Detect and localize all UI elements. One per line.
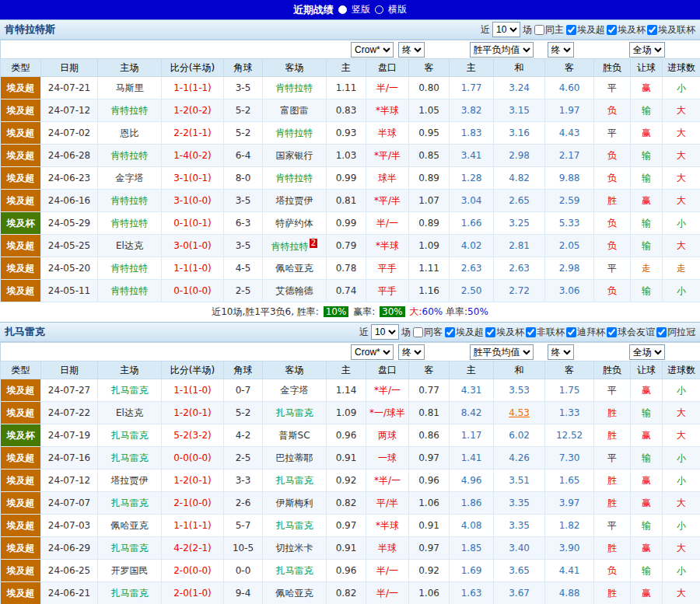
league-checkbox[interactable] — [526, 327, 536, 337]
score-cell[interactable]: 2-0(1-0) — [162, 582, 224, 604]
away-team-cell[interactable]: 佩哈亚克 — [263, 582, 327, 604]
team-link[interactable]: 伊斯梅利 — [276, 498, 313, 508]
team-link[interactable]: 肯特拉特 — [111, 218, 149, 229]
team-link[interactable]: 肯特拉特 — [111, 263, 149, 274]
horizontal-layout-radio[interactable] — [375, 5, 383, 14]
team-link[interactable]: 富图雷 — [281, 105, 309, 116]
league-filter[interactable]: 球会友谊 — [607, 326, 655, 339]
home-team-cell[interactable]: 佩哈亚克 — [98, 515, 162, 537]
vertical-layout-label[interactable]: 竖版 — [352, 3, 370, 16]
home-team-cell[interactable]: 马斯里 — [98, 77, 162, 100]
away-team-cell[interactable]: 肯特拉特 — [263, 77, 327, 100]
away-team-cell[interactable]: 扎马雷克 — [263, 470, 327, 492]
score-cell[interactable]: 1-1(1-1) — [162, 77, 224, 100]
away-team-cell[interactable]: 金字塔 — [263, 379, 327, 402]
score-cell[interactable]: 1-4(0-2) — [162, 145, 224, 167]
team-link[interactable]: 扎马雷克 — [276, 475, 313, 486]
team-link[interactable]: 肯特拉特 — [111, 195, 149, 206]
match-count-select[interactable]: 10 — [371, 324, 399, 340]
team-link[interactable]: 普斯SC — [279, 430, 310, 441]
league-filter[interactable]: 埃及超 — [566, 23, 605, 37]
league-filter[interactable]: 埃及杯 — [607, 23, 646, 37]
scope-select[interactable]: 全场 — [629, 344, 665, 360]
league-checkbox[interactable] — [566, 25, 576, 35]
avg-time-select[interactable]: 终 — [548, 344, 574, 360]
team-link[interactable]: 扎马雷克 — [111, 543, 149, 553]
score-cell[interactable]: 0-0(0-0) — [162, 447, 224, 470]
team-link[interactable]: 扎马雷克 — [111, 430, 149, 441]
team-link[interactable]: 肯特拉特 — [271, 241, 309, 252]
team-link[interactable]: El达克 — [116, 407, 143, 418]
away-team-cell[interactable]: 巴拉蒂耶 — [263, 447, 327, 470]
vertical-layout-radio[interactable] — [338, 5, 347, 14]
league-checkbox[interactable] — [485, 327, 495, 337]
same-venue-filter[interactable]: 同主 — [534, 23, 564, 37]
home-team-cell[interactable]: 扎马雷克 — [98, 582, 162, 604]
home-team-cell[interactable]: 扎马雷克 — [98, 447, 162, 470]
odds-time-select[interactable]: 终 — [398, 344, 425, 360]
home-team-cell[interactable]: 肯特拉特 — [98, 280, 162, 302]
team-link[interactable]: 塔拉贾伊 — [111, 475, 149, 486]
avg-type-select[interactable]: 胜平负均值 — [470, 344, 534, 360]
home-team-cell[interactable]: 扎马雷克 — [98, 424, 162, 447]
score-cell[interactable]: 3-1(0-1) — [162, 167, 224, 190]
team-link[interactable]: 扎马雷克 — [111, 588, 149, 599]
team-link[interactable]: 切拉米卡 — [276, 543, 313, 553]
team-link[interactable]: 扎马雷克 — [276, 520, 313, 531]
score-cell[interactable]: 2-1(0-0) — [162, 492, 224, 515]
away-team-cell[interactable]: 肯特拉特 — [263, 167, 327, 190]
odds-company-select[interactable]: Crow* — [351, 42, 394, 58]
team-link[interactable]: 金字塔 — [116, 173, 144, 183]
home-team-cell[interactable]: 恩比 — [98, 122, 162, 145]
league-checkbox[interactable] — [445, 327, 455, 337]
away-team-cell[interactable]: 扎马雷克 — [263, 515, 327, 537]
score-cell[interactable]: 1-2(0-1) — [162, 470, 224, 492]
home-team-cell[interactable]: El达克 — [98, 402, 162, 424]
league-filter[interactable]: 非联杯 — [526, 326, 565, 339]
home-team-cell[interactable]: El达克 — [98, 235, 162, 257]
team-link[interactable]: 扎马雷克 — [111, 498, 149, 508]
league-checkbox[interactable] — [656, 327, 667, 337]
home-team-cell[interactable]: 扎马雷克 — [98, 492, 162, 515]
away-team-cell[interactable]: 普斯SC — [263, 424, 327, 447]
team-link[interactable]: 特萨约体 — [276, 218, 313, 229]
home-team-cell[interactable]: 肯特拉特 — [98, 190, 162, 212]
home-team-cell[interactable]: 塔拉贾伊 — [98, 470, 162, 492]
home-team-cell[interactable]: 肯特拉特 — [98, 212, 162, 235]
team-link[interactable]: 佩哈亚克 — [276, 588, 313, 599]
league-checkbox[interactable] — [566, 327, 576, 337]
team-link[interactable]: 扎马雷克 — [276, 407, 313, 418]
avg-time-select[interactable]: 终 — [548, 42, 574, 58]
away-team-cell[interactable]: 肯特拉特2 — [263, 235, 327, 257]
team-link[interactable]: 佩哈亚克 — [276, 263, 313, 274]
same-venue-checkbox[interactable] — [534, 25, 544, 35]
team-name[interactable]: 肯特拉特斯 — [5, 23, 55, 37]
score-cell[interactable]: 3-1(0-0) — [162, 190, 224, 212]
away-team-cell[interactable]: 切拉米卡 — [263, 537, 327, 560]
team-link[interactable]: 肯特拉特 — [111, 150, 149, 161]
team-link[interactable]: 巴拉蒂耶 — [276, 452, 313, 463]
away-team-cell[interactable]: 特萨约体 — [263, 212, 327, 235]
odds-company-select[interactable]: Crow* — [351, 344, 394, 360]
horizontal-layout-label[interactable]: 横版 — [388, 3, 407, 16]
score-cell[interactable]: 5-2(3-2) — [162, 424, 224, 447]
league-checkbox[interactable] — [607, 327, 617, 337]
team-link[interactable]: 国家银行 — [276, 150, 313, 161]
league-filter[interactable]: 埃及杯 — [485, 326, 524, 339]
team-link[interactable]: 马斯里 — [116, 82, 144, 93]
league-checkbox[interactable] — [647, 25, 657, 35]
team-link[interactable]: 肯特拉特 — [276, 127, 313, 138]
score-cell[interactable]: 3-0(1-0) — [162, 235, 224, 257]
score-cell[interactable]: 1-2(0-2) — [162, 100, 224, 122]
team-link[interactable]: 艾德翰德 — [276, 285, 313, 296]
away-team-cell[interactable]: 肯特拉特 — [263, 122, 327, 145]
score-cell[interactable]: 2-0(0-0) — [162, 560, 224, 582]
team-link[interactable]: 扎马雷克 — [111, 452, 149, 463]
scope-select[interactable]: 全场 — [629, 42, 665, 58]
away-team-cell[interactable]: 塔拉贾伊 — [263, 190, 327, 212]
away-team-cell[interactable]: 扎马雷克 — [263, 402, 327, 424]
same-venue-filter[interactable]: 同客 — [413, 326, 443, 339]
league-filter[interactable]: 埃及超 — [445, 326, 484, 339]
score-cell[interactable]: 0-1(0-1) — [162, 212, 224, 235]
team-link[interactable]: 开罗国民 — [111, 565, 149, 576]
